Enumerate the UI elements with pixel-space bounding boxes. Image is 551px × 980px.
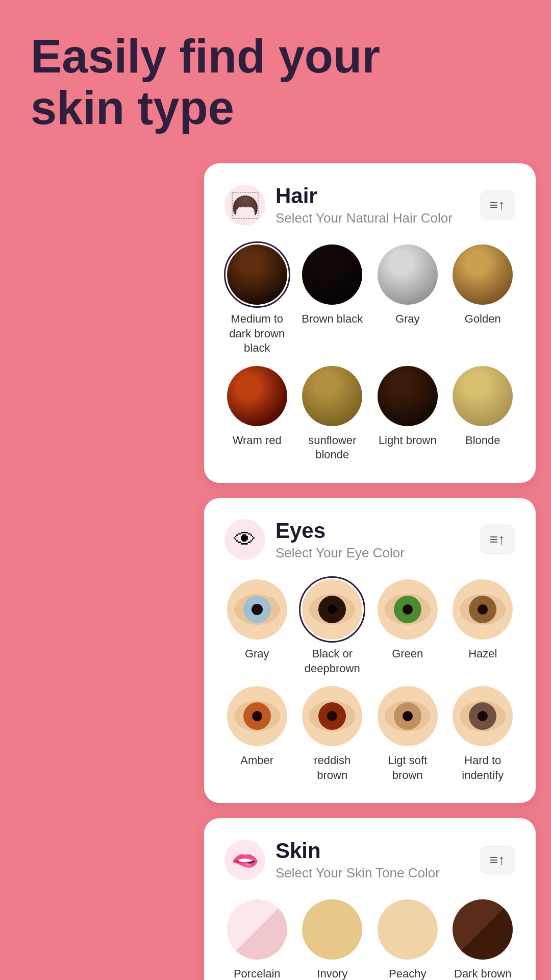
- hair-label-brown-black: Brown black: [302, 312, 363, 327]
- hair-label-blonde: Blonde: [465, 433, 500, 448]
- hair-label-light-brown: Light brown: [379, 433, 437, 448]
- skin-circle-dark-brown: [453, 899, 513, 960]
- eye-color-ligt-soft[interactable]: Ligt soft brown: [375, 686, 440, 782]
- hair-card: 🦱 Hair Select Your Natural Hair Color ≡↑…: [204, 163, 536, 483]
- eyes-icon-bg: 👁: [224, 519, 265, 560]
- eye-label-hazel: Hazel: [468, 647, 497, 662]
- hair-circle-golden: [453, 244, 513, 305]
- eyes-filter-icon: ≡↑: [490, 531, 505, 548]
- eyes-title-group: Eyes Select Your Eye Color: [276, 519, 405, 561]
- eye-label-hard: Hard to indentify: [450, 753, 516, 782]
- hair-label-golden: Golden: [465, 312, 501, 327]
- hair-subtitle: Select Your Natural Hair Color: [276, 210, 453, 226]
- eyes-card-header: 👁 Eyes Select Your Eye Color ≡↑: [224, 519, 515, 561]
- hair-circle-medium-dark: [227, 244, 287, 305]
- skin-color-dark-brown[interactable]: Dark brown: [450, 899, 516, 980]
- hair-color-sunflower[interactable]: sunflower blonde: [300, 366, 365, 462]
- eyes-card: 👁 Eyes Select Your Eye Color ≡↑: [204, 498, 536, 803]
- hair-color-light-brown[interactable]: Light brown: [375, 366, 440, 462]
- eye-label-green: Green: [392, 647, 423, 662]
- hair-icon: 🦱: [231, 192, 259, 218]
- skin-color-peachy[interactable]: Peachy: [375, 899, 440, 980]
- eye-color-black-deep[interactable]: Black or deepbrown: [300, 579, 365, 676]
- eye-color-hard[interactable]: Hard to indentify: [450, 686, 516, 782]
- hair-color-grid: Medium to dark brown black Brown black G…: [224, 244, 515, 462]
- skin-subtitle: Select Your Skin Tone Color: [276, 865, 440, 881]
- skin-color-grid: Porcelain Invory Peachy Dark brown Beige: [224, 899, 515, 980]
- eyes-filter-button[interactable]: ≡↑: [480, 524, 515, 555]
- eyes-subtitle: Select Your Eye Color: [276, 545, 405, 561]
- eye-label-gray: Gray: [245, 647, 269, 662]
- hair-circle-gray: [378, 244, 438, 305]
- skin-filter-button[interactable]: ≡↑: [480, 845, 515, 875]
- eye-label-reddish: reddish brown: [300, 753, 365, 782]
- skin-label-dark-brown: Dark brown: [454, 967, 511, 980]
- skin-card-header: 🫦 Skin Select Your Skin Tone Color ≡↑: [224, 839, 515, 881]
- skin-card: 🫦 Skin Select Your Skin Tone Color ≡↑ Po…: [204, 818, 536, 980]
- eyes-title: Eyes: [276, 519, 405, 543]
- hair-title-group: Hair Select Your Natural Hair Color: [276, 184, 453, 226]
- eye-label-amber: Amber: [240, 753, 273, 768]
- skin-label-peachy: Peachy: [389, 967, 426, 980]
- hair-color-medium-dark[interactable]: Medium to dark brown black: [224, 244, 290, 356]
- hair-circle-warm-red: [227, 366, 287, 426]
- hair-color-brown-black[interactable]: Brown black: [300, 244, 365, 356]
- eye-color-gray[interactable]: Gray: [224, 579, 290, 676]
- eye-label-black-deep: Black or deepbrown: [300, 647, 365, 676]
- skin-icon: 🫦: [231, 847, 259, 873]
- hair-color-gray[interactable]: Gray: [375, 244, 440, 356]
- skin-label-ivory: Invory: [317, 967, 347, 980]
- hair-label-gray: Gray: [395, 312, 420, 327]
- skin-label-porcelain: Porcelain: [234, 967, 281, 980]
- skin-title: Skin: [276, 839, 440, 863]
- eye-circle-hazel: [453, 579, 513, 640]
- skin-color-porcelain[interactable]: Porcelain: [224, 899, 290, 980]
- eye-color-amber[interactable]: Amber: [224, 686, 290, 782]
- eye-circle-black-deep: [302, 579, 362, 640]
- eye-circle-green: [378, 579, 438, 640]
- skin-title-group: Skin Select Your Skin Tone Color: [276, 839, 440, 881]
- hero-title: Easily find your skin type: [31, 31, 380, 134]
- eye-circle-hard: [453, 686, 513, 746]
- skin-icon-bg: 🫦: [224, 840, 265, 880]
- skin-filter-icon: ≡↑: [490, 852, 505, 868]
- hair-color-blonde[interactable]: Blonde: [450, 366, 516, 462]
- eye-circle-gray: [227, 579, 287, 640]
- eye-circle-reddish: [302, 686, 362, 746]
- hair-icon-bg: 🦱: [224, 185, 265, 226]
- hair-label-medium-dark: Medium to dark brown black: [224, 312, 290, 356]
- eye-color-green[interactable]: Green: [375, 579, 440, 676]
- eye-circle-amber: [227, 686, 287, 746]
- hair-color-warm-red[interactable]: Wram red: [224, 366, 290, 462]
- hair-circle-sunflower: [302, 366, 362, 426]
- hair-card-header: 🦱 Hair Select Your Natural Hair Color ≡↑: [224, 184, 515, 226]
- hair-color-golden[interactable]: Golden: [450, 244, 516, 356]
- eyes-header-left: 👁 Eyes Select Your Eye Color: [224, 519, 405, 561]
- panels-container: 🦱 Hair Select Your Natural Hair Color ≡↑…: [204, 163, 551, 980]
- hair-title: Hair: [276, 184, 453, 208]
- hair-label-warm-red: Wram red: [233, 433, 282, 448]
- eye-label-ligt-soft: Ligt soft brown: [375, 753, 440, 782]
- eye-color-reddish[interactable]: reddish brown: [300, 686, 365, 782]
- hair-circle-light-brown: [378, 366, 438, 426]
- eyes-color-grid: Gray Black or deepbrown: [224, 579, 515, 782]
- hair-label-sunflower: sunflower blonde: [300, 433, 365, 462]
- hair-circle-brown-black: [302, 244, 362, 305]
- skin-circle-porcelain: [227, 899, 287, 960]
- skin-circle-peachy: [378, 899, 438, 960]
- hair-header-left: 🦱 Hair Select Your Natural Hair Color: [224, 184, 453, 226]
- skin-header-left: 🫦 Skin Select Your Skin Tone Color: [224, 839, 440, 881]
- hair-filter-icon: ≡↑: [490, 197, 505, 213]
- skin-color-ivory[interactable]: Invory: [300, 899, 365, 980]
- skin-circle-ivory: [302, 899, 362, 960]
- eye-circle-ligt-soft: [378, 686, 438, 746]
- eye-color-hazel[interactable]: Hazel: [450, 579, 516, 676]
- hair-filter-button[interactable]: ≡↑: [480, 190, 515, 220]
- hair-circle-blonde: [453, 366, 513, 426]
- eyes-icon: 👁: [234, 527, 256, 552]
- hero-section: Easily find your skin type: [31, 31, 380, 134]
